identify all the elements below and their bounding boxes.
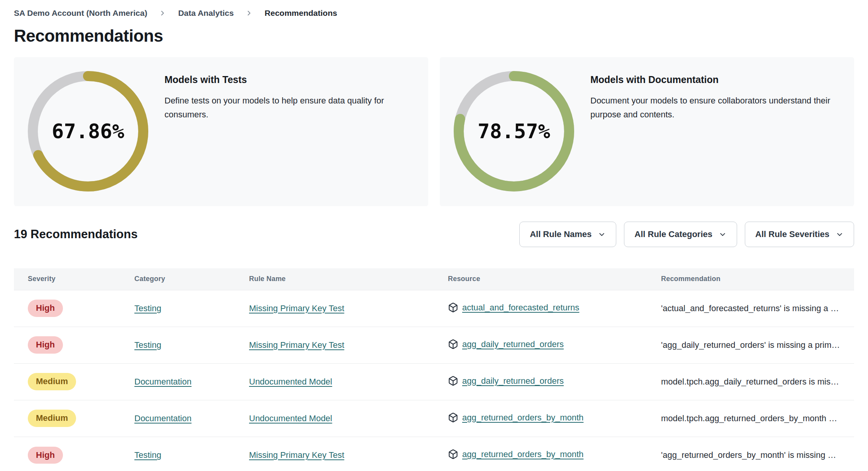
models-with-tests-donut-chart: 67.86%: [28, 71, 148, 191]
severity-badge: High: [28, 447, 63, 464]
table-row: Medium Documentation Undocumented Model …: [14, 400, 854, 437]
rule-names-filter-dropdown[interactable]: All Rule Names: [519, 222, 616, 247]
card-title: Models with Tests: [164, 74, 412, 85]
chevron-right-icon: [245, 9, 253, 17]
cube-icon: [448, 412, 458, 423]
chevron-down-icon: [598, 230, 606, 239]
severity-badge: Medium: [28, 410, 76, 427]
rule-severities-filter-dropdown[interactable]: All Rule Severities: [745, 222, 854, 247]
recommendations-count: 19 Recommendations: [14, 227, 137, 241]
severity-badge: High: [28, 300, 63, 317]
recommendation-text: 'actual_and_forecasted_returns' is missi…: [661, 303, 854, 313]
rule-name-link[interactable]: Missing Primary Key Test: [249, 303, 344, 313]
models-with-documentation-card: 78.57% Models with Documentation Documen…: [440, 57, 854, 206]
resource-link[interactable]: actual_and_forecasted_returns: [462, 303, 579, 313]
severity-badge: High: [28, 336, 63, 353]
category-link[interactable]: Testing: [134, 340, 161, 350]
category-link[interactable]: Documentation: [134, 413, 192, 423]
cube-icon: [448, 449, 458, 459]
models-with-tests-card: 67.86% Models with Tests Define tests on…: [14, 57, 428, 206]
rule-categories-filter-dropdown[interactable]: All Rule Categories: [624, 222, 737, 247]
models-with-documentation-donut-chart: 78.57%: [454, 71, 574, 191]
table-row: High Testing Missing Primary Key Test ag…: [14, 327, 854, 363]
recommendation-text: 'agg_daily_returned_orders' is missing a…: [661, 340, 854, 350]
category-link[interactable]: Testing: [134, 450, 161, 460]
resource-link[interactable]: agg_returned_orders_by_month: [462, 449, 583, 459]
table-row: Medium Documentation Undocumented Model …: [14, 363, 854, 400]
rule-name-link[interactable]: Undocumented Model: [249, 413, 332, 423]
recommendations-page: SA Demo Account (North America) Data Ana…: [0, 0, 868, 471]
cube-icon: [448, 376, 458, 386]
breadcrumb-item-account[interactable]: SA Demo Account (North America): [14, 8, 147, 18]
recommendations-table-body: High Testing Missing Primary Key Test ac…: [14, 290, 854, 471]
column-header-rule-name: Rule Name: [235, 268, 434, 290]
recommendation-text: model.tpch.agg_returned_orders_by_month …: [661, 413, 854, 424]
column-header-category: Category: [120, 268, 235, 290]
resource-link[interactable]: agg_daily_returned_orders: [462, 376, 564, 386]
rule-name-link[interactable]: Missing Primary Key Test: [249, 450, 344, 460]
recommendations-table: Severity Category Rule Name Resource Rec…: [14, 268, 854, 471]
chevron-right-icon: [159, 9, 166, 17]
resource-link[interactable]: agg_returned_orders_by_month: [462, 413, 583, 423]
chevron-down-icon: [719, 230, 727, 239]
percent-value: 78.57%: [454, 71, 574, 191]
card-description: Define tests on your models to help ensu…: [164, 94, 412, 122]
percent-value: 67.86%: [28, 71, 148, 191]
filter-bar: All Rule Names All Rule Categories All R…: [519, 222, 854, 247]
cube-icon: [448, 339, 458, 349]
breadcrumb-item-project[interactable]: Data Analytics: [178, 8, 234, 18]
severity-badge: Medium: [28, 373, 76, 390]
column-header-resource: Resource: [434, 268, 647, 290]
chevron-down-icon: [836, 230, 844, 239]
column-header-severity: Severity: [14, 268, 120, 290]
recommendation-text: model.tpch.agg_daily_returned_orders is …: [661, 377, 854, 387]
resource-link[interactable]: agg_daily_returned_orders: [462, 339, 564, 349]
table-row: High Testing Missing Primary Key Test ag…: [14, 437, 854, 471]
breadcrumb-item-current: Recommendations: [264, 8, 337, 18]
cube-icon: [448, 302, 458, 313]
recommendation-text: 'agg_returned_orders_by_month' is missin…: [661, 450, 854, 460]
column-header-recommendation: Recommendation: [647, 268, 854, 290]
card-description: Document your models to ensure collabora…: [590, 94, 837, 122]
page-title: Recommendations: [14, 26, 854, 46]
category-link[interactable]: Testing: [134, 303, 161, 313]
category-link[interactable]: Documentation: [134, 377, 192, 386]
metric-cards: 67.86% Models with Tests Define tests on…: [14, 57, 854, 206]
rule-name-link[interactable]: Missing Primary Key Test: [249, 340, 344, 350]
breadcrumb: SA Demo Account (North America) Data Ana…: [14, 0, 854, 18]
rule-name-link[interactable]: Undocumented Model: [249, 377, 332, 386]
card-title: Models with Documentation: [590, 74, 837, 85]
table-row: High Testing Missing Primary Key Test ac…: [14, 290, 854, 327]
